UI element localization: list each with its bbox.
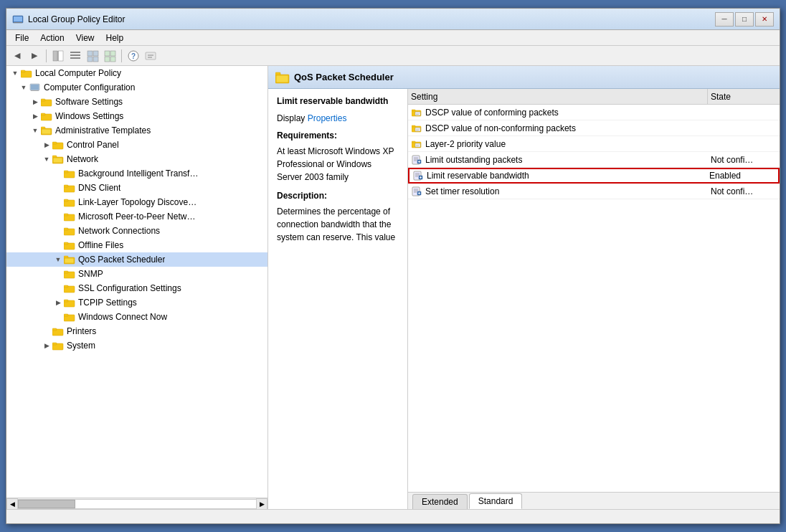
tree-printers[interactable]: ▶ Printers [6,324,267,338]
tree-scroll[interactable]: ▼ Local Computer Policy ▼ [6,66,267,498]
col-state-header[interactable]: State [708,89,780,104]
setting-row-dscp-conforming[interactable]: DSCP value of conforming packets [408,105,780,120]
tree-link-layer[interactable]: ▶ Link-Layer Topology Discove… [6,195,267,209]
offline-files-icon [64,240,75,250]
tree-network-connections[interactable]: ▶ Network Connections [6,224,267,238]
tab-extended[interactable]: Extended [412,494,468,509]
setting-name-5: Limit reservable bandwidth [427,171,529,181]
setting-state-4: Not confi… [708,155,780,165]
windows-settings-toggle[interactable]: ▶ [29,110,41,122]
tree-hscrollbar[interactable]: ◀ ▶ [6,498,267,509]
hscroll-left[interactable]: ◀ [6,498,18,510]
setting-row-layer2[interactable]: Layer-2 priority value [408,136,780,152]
description-label: Description: [277,189,399,202]
svg-rect-74 [412,110,415,111]
svg-rect-84 [412,141,415,143]
root-icon [21,68,32,78]
svg-rect-30 [31,90,39,91]
root-label: Local Computer Policy [35,68,121,78]
hscroll-thumb[interactable] [18,500,75,508]
toolbar-btn-2[interactable] [67,48,83,64]
svg-rect-13 [87,57,93,62]
tree-windows-connect[interactable]: ▶ Windows Connect Now [6,310,267,324]
forward-button[interactable]: ▶ [27,48,42,64]
minimize-button[interactable]: ─ [715,12,734,27]
menu-help[interactable]: Help [100,32,130,44]
setting-name-cell-6: Set timer resolution [408,186,708,197]
svg-rect-36 [41,127,45,129]
export-button[interactable] [143,48,158,64]
tab-standard[interactable]: Standard [469,493,523,509]
menu-action[interactable]: Action [34,32,70,44]
right-header-title: QoS Packet Scheduler [294,72,394,82]
network-toggle[interactable]: ▼ [41,153,52,165]
setting-row-dscp-nonconforming[interactable]: DSCP value of non-conforming packets [408,120,780,136]
close-button[interactable]: ✕ [755,12,774,27]
toolbar: ◀ ▶ [6,46,780,66]
tree-ssl-config[interactable]: ▶ SSL Configuration Settings [6,281,267,295]
tree-dns-client[interactable]: ▶ DNS Client [6,181,267,195]
tree-offline-files[interactable]: ▶ Offline Files [6,238,267,252]
software-settings-toggle[interactable]: ▶ [29,96,41,108]
tree-admin-templates[interactable]: ▼ Administrative Templates [6,123,267,138]
svg-rect-18 [110,57,115,62]
ms-peer-icon [64,212,75,222]
tree-tcpip[interactable]: ▶ TCPIP Settings [6,295,267,310]
tree-software-settings[interactable]: ▶ Software Settings [6,95,267,109]
toolbar-separator-1 [46,49,47,62]
svg-rect-85 [415,143,420,147]
restore-button[interactable]: □ [735,12,754,27]
toolbar-btn-3[interactable] [85,48,100,64]
folder-policy-icon-3 [411,138,422,150]
settings-list[interactable]: DSCP value of conforming packets [408,105,780,492]
tree-qos[interactable]: ▼ QoS Packet Scheduler [6,252,267,267]
setting-row-timer[interactable]: Set timer resolution Not confi… [408,184,780,199]
tree-windows-settings[interactable]: ▶ Windows Settings [6,109,267,123]
toolbar-btn-4[interactable] [102,48,118,64]
system-label: System [67,341,95,351]
network-icon [52,154,64,164]
control-panel-toggle[interactable]: ▶ [41,139,52,151]
ssl-config-label: SSL Configuration Settings [78,283,181,293]
control-panel-icon [52,140,64,150]
back-button[interactable]: ◀ [9,48,25,64]
svg-rect-34 [41,113,45,115]
svg-rect-67 [52,328,57,331]
root-toggle[interactable]: ▼ [9,67,21,79]
network-connections-icon [64,226,75,236]
setting-name-cell-3: Layer-2 priority value [408,138,708,150]
description-text: Determines the percentage of connection … [277,206,395,242]
tree-root[interactable]: ▼ Local Computer Policy [6,66,267,80]
menu-view[interactable]: View [70,32,100,44]
windows-connect-icon [64,312,75,322]
tree-computer-config[interactable]: ▼ Computer Configuration [6,80,267,95]
svg-rect-32 [41,99,45,101]
tree-background-intelligent[interactable]: ▶ Background Intelligent Transf… [6,166,267,181]
setting-row-limit-reservable[interactable]: Limit reservable bandwidth Enabled [408,168,780,184]
tree-ms-peer[interactable]: ▶ Microsoft Peer-to-Peer Netw… [6,209,267,224]
system-toggle[interactable]: ▶ [41,340,52,351]
folder-policy-icon-2 [411,123,422,134]
requirements-label: Requirements: [277,129,399,142]
qos-toggle[interactable]: ▼ [52,254,64,265]
help-button[interactable]: ? [126,48,141,64]
snmp-icon [64,269,75,279]
main-window: Local Group Policy Editor ─ □ ✕ File Act… [6,8,780,524]
setting-row-limit-outstanding[interactable]: Limit outstanding packets Not confi… [408,152,780,168]
network-label: Network [67,154,98,164]
tree-system[interactable]: ▶ System [6,338,267,353]
svg-rect-61 [64,285,68,288]
admin-templates-toggle[interactable]: ▼ [29,125,41,136]
svg-rect-5 [53,51,57,61]
properties-link[interactable]: Properties [308,113,347,123]
computer-config-toggle[interactable]: ▼ [18,82,29,93]
hscroll-right[interactable]: ▶ [256,498,267,510]
svg-rect-50 [64,214,68,216]
menu-file[interactable]: File [9,32,34,44]
tree-network[interactable]: ▼ Network [6,152,267,166]
show-hide-button[interactable] [50,48,66,64]
col-setting-header[interactable]: Setting [408,89,708,104]
tree-control-panel[interactable]: ▶ Control Panel [6,138,267,152]
tree-snmp[interactable]: ▶ SNMP [6,267,267,281]
tcpip-toggle[interactable]: ▶ [52,297,64,308]
